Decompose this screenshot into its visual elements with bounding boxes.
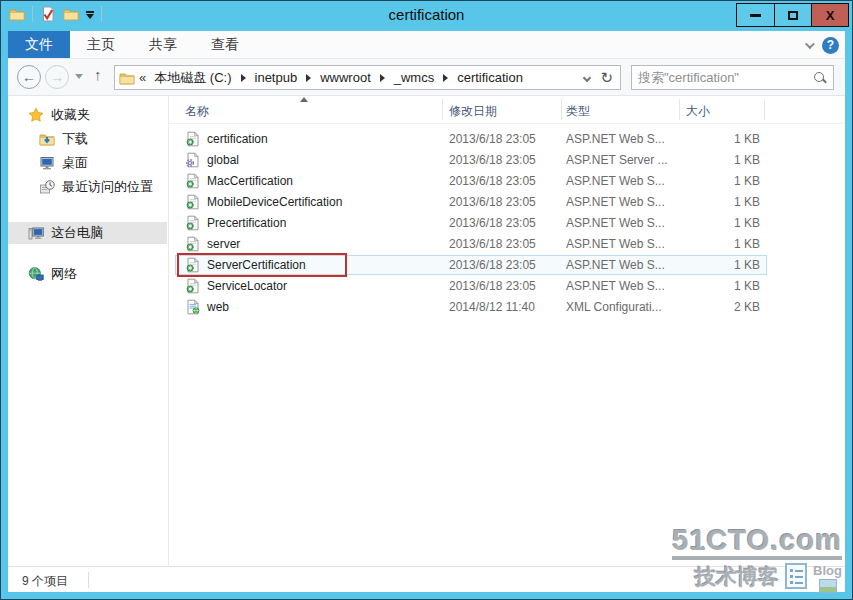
desktop-icon: [39, 155, 55, 171]
explorer-window: certification X 文件主页共享查看 ? ← → ↑ «本地磁盘 (…: [0, 0, 853, 600]
file-row[interactable]: ServiceLocator2013/6/18 23:05ASP.NET Web…: [169, 276, 845, 297]
column-header-type[interactable]: 类型: [566, 103, 590, 120]
breadcrumb-overflow-icon[interactable]: «: [139, 70, 146, 85]
close-button[interactable]: X: [811, 4, 848, 26]
sidebar-item-最近访问的位置[interactable]: 最近访问的位置: [8, 176, 167, 198]
refresh-icon[interactable]: ↻: [600, 70, 613, 85]
tab-主页[interactable]: 主页: [70, 31, 132, 58]
minimize-icon: [750, 14, 761, 17]
back-button[interactable]: ←: [17, 65, 41, 89]
window-controls: X: [736, 3, 849, 27]
network-icon: [28, 266, 44, 282]
aspx-file-icon: [185, 173, 201, 189]
file-date-cell: 2013/6/18 23:05: [449, 153, 536, 167]
file-row[interactable]: ServerCertification2013/6/18 23:05ASP.NE…: [169, 255, 845, 276]
status-bar-divider: [88, 572, 89, 588]
sidebar-item-label: 最近访问的位置: [62, 178, 153, 196]
address-bar[interactable]: «本地磁盘 (C:)inetpubwwwroot_wmcscertificati…: [114, 65, 621, 90]
forward-button[interactable]: →: [45, 65, 69, 89]
file-type-cell: ASP.NET Web S...: [566, 195, 665, 209]
file-name-cell: web: [207, 300, 229, 314]
minimize-ribbon-chevron-icon[interactable]: [805, 39, 815, 49]
tab-查看[interactable]: 查看: [194, 31, 256, 58]
file-name-cell: global: [207, 153, 239, 167]
downloads-icon: [39, 131, 55, 147]
column-divider[interactable]: [764, 99, 765, 120]
sidebar-item-label: 下载: [62, 130, 88, 148]
search-icon[interactable]: [813, 71, 827, 85]
sidebar-item-这台电脑[interactable]: 这台电脑: [8, 222, 167, 244]
file-type-cell: ASP.NET Web S...: [566, 258, 665, 272]
aspx-file-icon: [185, 236, 201, 252]
file-date-cell: 2013/6/18 23:05: [449, 174, 536, 188]
file-type-cell: XML Configurati...: [566, 300, 662, 314]
file-name-cell: MobileDeviceCertification: [207, 195, 342, 209]
aspx-file-icon: [185, 215, 201, 231]
breadcrumb-item[interactable]: wwwroot: [316, 69, 375, 86]
file-row[interactable]: MacCertification2013/6/18 23:05ASP.NET W…: [169, 171, 845, 192]
file-row[interactable]: global2013/6/18 23:05ASP.NET Server ...1…: [169, 150, 845, 171]
title-bar: certification X: [1, 1, 852, 31]
breadcrumb-separator-icon[interactable]: [443, 74, 448, 82]
breadcrumb-separator-icon[interactable]: [306, 74, 311, 82]
minimize-button[interactable]: [737, 4, 774, 26]
breadcrumb-item[interactable]: _wmcs: [390, 69, 438, 86]
file-date-cell: 2013/6/18 23:05: [449, 195, 536, 209]
tab-共享[interactable]: 共享: [132, 31, 194, 58]
maximize-icon: [788, 11, 798, 20]
recent-locations-chevron-icon[interactable]: [75, 74, 83, 79]
close-icon: X: [826, 8, 835, 23]
maximize-button[interactable]: [774, 4, 811, 26]
file-type-cell: ASP.NET Web S...: [566, 237, 665, 251]
aspx-file-icon: [185, 131, 201, 147]
file-type-cell: ASP.NET Web S...: [566, 279, 665, 293]
sidebar-item-label: 桌面: [62, 154, 88, 172]
search-box[interactable]: 搜索"certification": [631, 65, 834, 90]
sidebar-item-桌面[interactable]: 桌面: [8, 152, 167, 174]
breadcrumb-separator-icon[interactable]: [380, 74, 385, 82]
file-size-cell: 1 KB: [679, 132, 764, 146]
file-size-cell: 1 KB: [679, 279, 764, 293]
file-date-cell: 2013/6/18 23:05: [449, 279, 536, 293]
file-date-cell: 2013/6/18 23:05: [449, 237, 536, 251]
help-icon[interactable]: ?: [822, 37, 839, 54]
up-button[interactable]: ↑: [94, 66, 102, 83]
address-folder-icon: [119, 70, 135, 86]
file-name-cell: MacCertification: [207, 174, 293, 188]
column-divider[interactable]: [679, 99, 680, 120]
config-file-icon: [185, 299, 201, 315]
address-history-chevron-icon[interactable]: [583, 73, 591, 81]
main-area: 收藏夹下载桌面最近访问的位置这台电脑网络 名称 修改日期 类型 大小 certi…: [8, 96, 845, 566]
file-type-cell: ASP.NET Web S...: [566, 132, 665, 146]
breadcrumb-item[interactable]: inetpub: [251, 69, 302, 86]
file-date-cell: 2013/6/18 23:05: [449, 132, 536, 146]
file-row[interactable]: MobileDeviceCertification2013/6/18 23:05…: [169, 192, 845, 213]
window-content: 文件主页共享查看 ? ← → ↑ «本地磁盘 (C:)inetpubwwwroo…: [8, 31, 845, 592]
file-name-cell: certification: [207, 132, 268, 146]
ribbon-tab-row: 文件主页共享查看 ?: [8, 31, 845, 59]
navigation-bar: ← → ↑ «本地磁盘 (C:)inetpubwwwroot_wmcscerti…: [8, 59, 845, 96]
column-header-size[interactable]: 大小: [686, 103, 710, 120]
tab-文件[interactable]: 文件: [8, 31, 70, 58]
breadcrumb: «本地磁盘 (C:)inetpubwwwroot_wmcscertificati…: [135, 68, 584, 88]
breadcrumb-item[interactable]: certification: [453, 69, 527, 86]
sidebar-item-收藏夹[interactable]: 收藏夹: [8, 104, 167, 126]
aspx-file-icon: [185, 257, 201, 273]
sort-ascending-icon: [300, 97, 308, 102]
file-name-cell: ServiceLocator: [207, 279, 287, 293]
sidebar-item-网络[interactable]: 网络: [8, 263, 167, 285]
column-divider[interactable]: [442, 99, 443, 120]
file-row[interactable]: Precertification2013/6/18 23:05ASP.NET W…: [169, 213, 845, 234]
file-row[interactable]: server2013/6/18 23:05ASP.NET Web S...1 K…: [169, 234, 845, 255]
sidebar-item-下载[interactable]: 下载: [8, 128, 167, 150]
file-row[interactable]: certification2013/6/18 23:05ASP.NET Web …: [169, 129, 845, 150]
computer-icon: [28, 225, 44, 241]
file-name-cell: ServerCertification: [207, 258, 306, 272]
column-divider[interactable]: [561, 99, 562, 120]
breadcrumb-item[interactable]: 本地磁盘 (C:): [150, 68, 235, 88]
breadcrumb-separator-icon[interactable]: [241, 74, 246, 82]
column-header-name[interactable]: 名称: [185, 103, 209, 120]
column-header-date[interactable]: 修改日期: [449, 103, 497, 120]
file-row[interactable]: web2014/8/12 11:40XML Configurati...2 KB: [169, 297, 845, 318]
file-type-cell: ASP.NET Server ...: [566, 153, 668, 167]
